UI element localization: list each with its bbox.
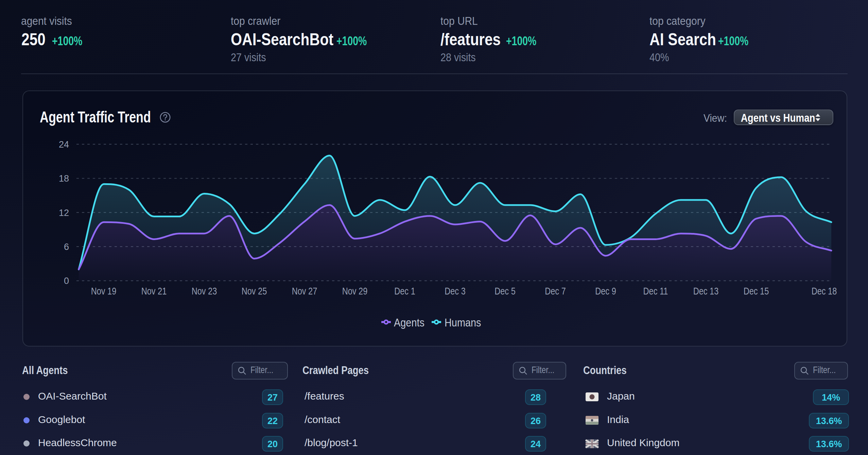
svg-text:6: 6 bbox=[64, 242, 69, 252]
svg-text:Dec 3: Dec 3 bbox=[445, 285, 466, 297]
svg-text:18: 18 bbox=[59, 173, 69, 184]
svg-text:Nov 27: Nov 27 bbox=[292, 285, 317, 297]
svg-text:Dec 11: Dec 11 bbox=[643, 285, 668, 297]
svg-text:0: 0 bbox=[64, 276, 69, 286]
svg-text:24: 24 bbox=[59, 139, 69, 150]
svg-text:Dec 9: Dec 9 bbox=[595, 285, 616, 297]
svg-text:12: 12 bbox=[59, 208, 69, 218]
svg-text:Dec 18: Dec 18 bbox=[812, 285, 837, 297]
svg-text:Dec 15: Dec 15 bbox=[744, 285, 769, 297]
svg-text:Nov 21: Nov 21 bbox=[141, 285, 167, 297]
svg-text:Dec 1: Dec 1 bbox=[394, 285, 415, 297]
svg-text:Nov 23: Nov 23 bbox=[192, 285, 217, 297]
svg-text:Dec 5: Dec 5 bbox=[494, 285, 516, 297]
svg-text:Nov 29: Nov 29 bbox=[342, 285, 368, 297]
svg-text:Nov 25: Nov 25 bbox=[242, 285, 267, 297]
svg-text:Dec 13: Dec 13 bbox=[693, 285, 719, 297]
svg-text:Nov 19: Nov 19 bbox=[91, 285, 117, 297]
svg-text:Dec 7: Dec 7 bbox=[545, 285, 566, 297]
